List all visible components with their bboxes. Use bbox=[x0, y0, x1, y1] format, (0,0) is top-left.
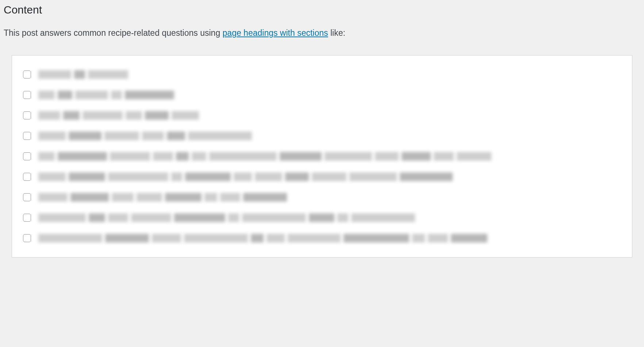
checklist-item bbox=[23, 234, 621, 243]
checklist-item bbox=[23, 111, 621, 120]
checkbox[interactable] bbox=[23, 132, 31, 140]
blurred-text-placeholder bbox=[38, 213, 415, 222]
checklist bbox=[23, 70, 621, 243]
checklist-item bbox=[23, 213, 621, 222]
checkbox[interactable] bbox=[23, 173, 31, 181]
checklist-item bbox=[23, 152, 621, 161]
checklist-item bbox=[23, 131, 621, 140]
checklist-item bbox=[23, 91, 621, 99]
checkbox[interactable] bbox=[23, 70, 31, 79]
blurred-text-placeholder bbox=[38, 193, 287, 202]
blurred-text-placeholder bbox=[38, 91, 174, 99]
blurred-text-placeholder bbox=[38, 234, 487, 243]
headings-sections-link[interactable]: page headings with sections bbox=[223, 28, 328, 38]
checklist-item bbox=[23, 70, 621, 79]
blurred-text-placeholder bbox=[38, 70, 128, 79]
intro-prefix: This post answers common recipe-related … bbox=[4, 28, 223, 38]
checkbox[interactable] bbox=[23, 152, 31, 160]
blurred-text-placeholder bbox=[38, 131, 252, 140]
intro-paragraph: This post answers common recipe-related … bbox=[4, 27, 640, 39]
intro-suffix: like: bbox=[328, 28, 345, 38]
checkbox[interactable] bbox=[23, 193, 31, 201]
page-title: Content bbox=[4, 4, 640, 16]
checklist-item bbox=[23, 172, 621, 181]
checkbox[interactable] bbox=[23, 214, 31, 222]
checkbox[interactable] bbox=[23, 91, 31, 99]
checklist-container bbox=[12, 55, 632, 258]
blurred-text-placeholder bbox=[38, 172, 453, 181]
checklist-item bbox=[23, 193, 621, 202]
blurred-text-placeholder bbox=[38, 111, 199, 120]
checkbox[interactable] bbox=[23, 234, 31, 242]
blurred-text-placeholder bbox=[38, 152, 491, 161]
checkbox[interactable] bbox=[23, 111, 31, 119]
